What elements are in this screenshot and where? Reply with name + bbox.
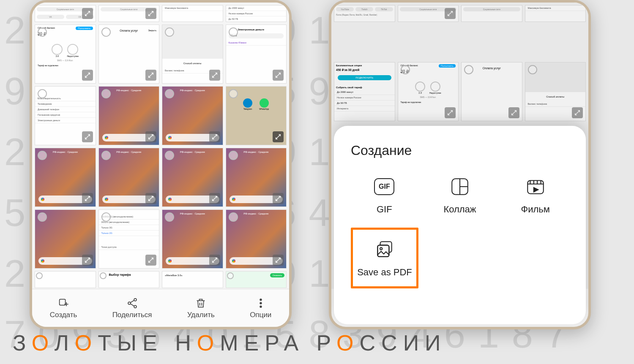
thumb[interactable]: Социальные сети [98, 5, 160, 22]
thumb[interactable]: До 2000 минут На все номера России До 50… [226, 5, 287, 22]
svg-point-4 [260, 299, 262, 300]
delete-button[interactable]: Удалить [187, 297, 215, 319]
thumb[interactable]: Telegram WhatsApp [226, 86, 287, 145]
expand-icon[interactable] [145, 131, 156, 142]
thumb[interactable]: Способ оплаты Баланс телефона [162, 24, 223, 84]
label: Только 2G [99, 231, 159, 236]
label: Электронные деньги [35, 118, 96, 123]
save-pdf-icon [373, 238, 396, 261]
label: Фильм [521, 204, 549, 215]
thumb[interactable]: Социальные сети VKOK [35, 5, 96, 22]
thumb[interactable]: Оплатить [226, 271, 287, 288]
expand-icon[interactable] [82, 8, 93, 19]
thumb[interactable]: РФ-индекс · Средняя [226, 209, 287, 269]
label: Закрыть [148, 29, 156, 32]
label: WhatsApp [259, 108, 269, 110]
selection-circle[interactable] [38, 89, 47, 98]
thumb[interactable]: «МегаФон 3.0» [162, 271, 223, 288]
thumb[interactable]: РФ-индекс · Средняя [226, 148, 287, 207]
gif-icon: GIF [374, 178, 394, 195]
expand-icon[interactable] [273, 70, 284, 81]
label: Погашение кредитов [35, 112, 96, 118]
label: Только 3G [99, 225, 159, 231]
selection-circle[interactable] [101, 151, 111, 160]
bottom-toolbar: Создать Поделиться Удалить Опции [32, 289, 289, 327]
thumb[interactable]: Оплата услуг Закрыть [98, 24, 160, 84]
create-film-button[interactable]: Фильм [502, 175, 569, 215]
label: Save as PDF [357, 267, 412, 278]
selection-circle[interactable] [165, 27, 174, 37]
create-collage-button[interactable]: Коллаж [426, 175, 494, 215]
create-button[interactable]: Создать [50, 297, 77, 319]
expand-icon[interactable] [209, 193, 220, 204]
label: Телевидение [35, 101, 96, 107]
thumb[interactable]: РФ-индекс · Средняя [98, 148, 160, 207]
sheet-title: Создание [347, 143, 573, 158]
collage-icon [448, 175, 471, 198]
thumb[interactable]: РФ-индекс · Средняя [162, 209, 223, 269]
label: «МегаФон 3.0» [162, 272, 223, 279]
thumb[interactable]: РФ-индекс · Средняя [162, 86, 223, 145]
label: Способ оплаты [162, 59, 223, 68]
selection-circle[interactable] [227, 272, 234, 279]
expand-icon[interactable] [82, 255, 93, 266]
label: Создать [50, 311, 77, 319]
thumb[interactable]: 3G/3G/2G (автоподключение) 3G/2G (автопо… [98, 209, 160, 269]
thumb[interactable]: Благотворительность Телевидение Домашний… [35, 86, 96, 145]
share-button[interactable]: Поделиться [112, 297, 152, 319]
thumb[interactable]: Электронные деньги Поиск Кошелек Юмани [226, 24, 287, 84]
expand-icon[interactable] [145, 70, 156, 81]
selection-circle[interactable] [38, 212, 47, 222]
expand-icon[interactable] [273, 255, 284, 266]
thumb[interactable]: РФ-индекс · Средняя [162, 148, 223, 207]
thumb[interactable] [35, 271, 96, 288]
selection-circle[interactable] [165, 212, 174, 222]
expand-icon[interactable] [209, 70, 220, 81]
expand-icon[interactable] [82, 70, 93, 81]
selection-circle[interactable] [229, 27, 238, 37]
selection-circle[interactable] [165, 89, 174, 98]
label: До 2000 минут [226, 5, 287, 11]
phone-right: YouTubeTwitchTikTok Почта (Яндекс.Почта,… [329, 0, 591, 329]
selection-circle[interactable] [38, 151, 47, 160]
expand-icon[interactable] [145, 8, 156, 19]
expand-icon[interactable] [82, 131, 93, 142]
thumb[interactable]: РФ-индекс · Средняя [35, 148, 96, 207]
selection-circle[interactable] [165, 151, 174, 160]
create-gif-button[interactable]: GIF GIF [350, 175, 418, 215]
sheet-row-1: GIF GIF Коллаж Фильм [347, 175, 573, 215]
selection-circle[interactable] [229, 151, 238, 160]
save-as-pdf-button[interactable]: Save as PDF [351, 228, 418, 288]
label: До 50 ГБ [226, 16, 287, 22]
expand-icon[interactable] [209, 255, 220, 266]
selection-circle[interactable] [100, 272, 107, 279]
label: Максимум безлимита [162, 5, 223, 11]
label: GIF [377, 204, 392, 215]
expand-icon[interactable] [273, 193, 284, 204]
selection-circle[interactable] [38, 27, 47, 37]
label: Удалить [187, 311, 215, 319]
thumb[interactable] [35, 209, 96, 269]
expand-icon[interactable] [82, 193, 93, 204]
selection-circle[interactable] [229, 89, 238, 98]
selection-circle[interactable] [101, 27, 111, 37]
label: Пополнить [76, 27, 93, 30]
film-icon [524, 175, 547, 198]
svg-point-6 [260, 306, 262, 307]
thumb[interactable]: РФ-индекс · Средняя [98, 86, 160, 145]
expand-icon[interactable] [209, 131, 220, 142]
thumb[interactable]: Максимум безлимита [162, 5, 223, 22]
footer-brand: ЗОЛОТЫЕ НОМЕРА РОССИИ [13, 330, 446, 356]
expand-icon[interactable] [145, 255, 156, 266]
selection-circle[interactable] [229, 212, 238, 222]
selection-circle[interactable] [36, 272, 43, 279]
selection-circle[interactable] [101, 89, 111, 98]
thumb[interactable]: Выбор тарифа [98, 271, 160, 288]
label: Поделиться [112, 311, 152, 319]
expand-icon[interactable] [145, 193, 156, 204]
svg-point-1 [134, 298, 137, 301]
selection-circle[interactable] [101, 212, 111, 222]
expand-icon[interactable] [273, 131, 284, 142]
options-button[interactable]: Опции [250, 297, 271, 319]
thumb[interactable]: Общий балансПополнить 30 ₽ 3 ₽ Недоступе… [35, 24, 96, 84]
